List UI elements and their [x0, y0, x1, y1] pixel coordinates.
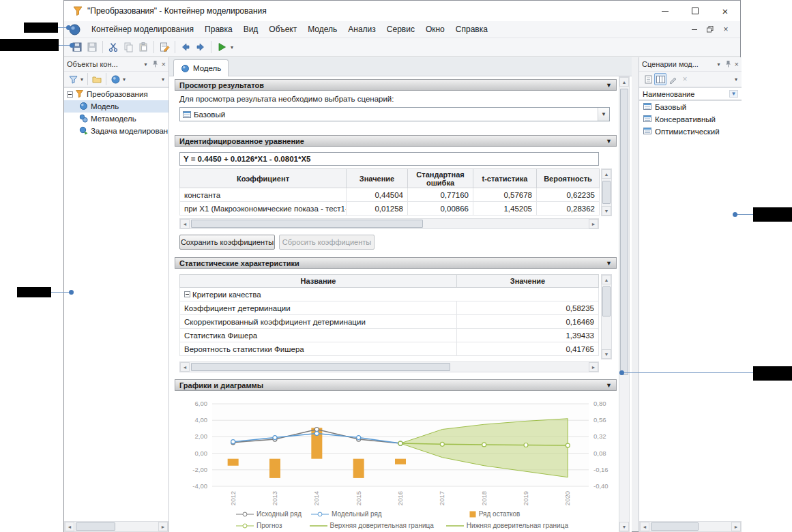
column-header[interactable]: Вероятность [537, 169, 600, 188]
main-vscrollbar[interactable]: ▲ ▼ [619, 76, 630, 532]
column-header[interactable]: t-статистика [473, 169, 537, 188]
report-edit-button[interactable] [157, 40, 172, 55]
table-row[interactable]: константа 0,44504 0,77160 0,57678 0,6223… [180, 188, 600, 202]
scroll-up-icon[interactable]: ▲ [602, 169, 611, 179]
scroll-left-icon[interactable]: ◄ [180, 219, 190, 228]
section-collapse-icon[interactable]: ▼ [606, 382, 612, 389]
scroll-right-icon[interactable]: ► [731, 522, 741, 531]
scroll-thumb[interactable] [602, 181, 611, 204]
menu-item-service[interactable]: Сервис [381, 21, 420, 38]
run-calculation-button[interactable] [214, 40, 229, 55]
equation-field[interactable]: Y = 0.4450 + 0.0126*X1 - 0.0801*X5 [179, 152, 599, 166]
object-type-caret-icon[interactable]: ▾ [121, 76, 127, 83]
section-stats-header[interactable]: Статистические характеристики ▼ [175, 257, 617, 269]
menu-item-model[interactable]: Модель [302, 21, 342, 38]
pin-icon[interactable] [725, 60, 731, 69]
scroll-thumb[interactable] [76, 522, 115, 531]
tree-item-metamodel[interactable]: Метамодель [64, 113, 168, 125]
panel-close-icon[interactable]: × [735, 60, 739, 68]
chevron-down-icon[interactable]: ▼ [598, 108, 609, 121]
scroll-left-icon[interactable]: ◄ [65, 522, 74, 531]
scroll-down-icon[interactable]: ▼ [602, 349, 611, 359]
column-header[interactable]: Значение [347, 169, 408, 188]
back-button[interactable] [178, 40, 193, 55]
scroll-left-icon[interactable]: ◄ [180, 362, 190, 372]
column-filter-caret-icon[interactable]: ▼ [729, 90, 738, 98]
coefficients-hscrollbar[interactable]: ◄ ► [179, 218, 599, 229]
column-header[interactable]: Название [180, 275, 457, 288]
table-row[interactable]: Коэффициент детерминации 0,58235 [180, 301, 599, 315]
scenarios-panel-hscrollbar[interactable]: ◄ ► [639, 521, 742, 532]
section-collapse-icon[interactable]: ▼ [606, 82, 612, 89]
columns-view-button[interactable] [654, 73, 666, 85]
mdi-restore-button[interactable] [703, 24, 717, 35]
object-type-button[interactable] [109, 73, 121, 85]
toolbar-overflow-caret-icon[interactable]: ▾ [733, 76, 739, 83]
scroll-right-icon[interactable]: ► [589, 219, 598, 228]
toolbar-overflow-caret-icon[interactable]: ▾ [160, 76, 166, 83]
tab-model[interactable]: Модель [173, 59, 229, 76]
section-collapse-icon[interactable]: ▼ [606, 138, 612, 145]
menu-item-object[interactable]: Объект [263, 21, 302, 38]
app-menu-sphere-icon[interactable] [69, 24, 80, 35]
scroll-down-icon[interactable]: ▼ [619, 522, 629, 531]
paste-button[interactable] [136, 40, 151, 55]
scenarios-column-header[interactable]: Наименование ▼ [639, 87, 742, 100]
new-scenario-button[interactable] [642, 73, 654, 85]
window-maximize-button[interactable] [680, 1, 710, 21]
scroll-down-icon[interactable]: ▼ [602, 206, 611, 216]
column-header[interactable]: Коэффициент [180, 169, 347, 188]
tree-item-transformations[interactable]: Преобразования [64, 88, 168, 100]
column-header[interactable]: Стандартная ошибка [408, 169, 473, 188]
scroll-thumb[interactable] [651, 522, 699, 531]
window-close-button[interactable]: × [710, 1, 740, 21]
menu-item-edit[interactable]: Правка [199, 21, 238, 38]
coefficients-table[interactable]: Коэффициент Значение Стандартная ошибка … [179, 168, 600, 216]
objects-panel-hscrollbar[interactable]: ◄ ► [64, 521, 168, 532]
stats-table[interactable]: Название Значение Критерии качества Коэф… [179, 274, 599, 356]
table-row[interactable]: Вероятность статистики Фишера 0,41765 [180, 342, 599, 356]
stats-hscrollbar[interactable]: ◄ ► [179, 361, 599, 372]
scenario-item-optimistic[interactable]: Оптимистический [639, 125, 742, 138]
scenario-item-basic[interactable]: Базовый [639, 101, 742, 113]
cut-button[interactable] [106, 40, 121, 55]
menu-item-window[interactable]: Окно [420, 21, 450, 38]
section-charts-header[interactable]: Графики и диаграммы ▼ [175, 379, 617, 391]
column-header[interactable]: Значение [457, 275, 599, 288]
run-options-caret-icon[interactable]: ▾ [229, 44, 235, 50]
panel-menu-caret-icon[interactable]: ▾ [716, 61, 722, 68]
save-coefficients-button[interactable]: Сохранить коэффициенты [179, 235, 275, 250]
scroll-thumb[interactable] [191, 220, 423, 228]
scroll-up-icon[interactable]: ▲ [619, 77, 629, 87]
panel-menu-caret-icon[interactable]: ▾ [143, 61, 149, 68]
menu-item-analysis[interactable]: Анализ [342, 21, 381, 38]
menu-item-view[interactable]: Вид [238, 21, 264, 38]
tree-item-modeling-task[interactable]: Задача моделирован [64, 125, 168, 137]
copy-button[interactable] [121, 40, 136, 55]
scroll-thumb[interactable] [191, 363, 450, 371]
window-minimize-button[interactable] [650, 1, 680, 21]
scenario-item-conservative[interactable]: Консервативный [639, 113, 742, 125]
table-row[interactable]: Скорректированный коэффициент детерминац… [180, 315, 599, 329]
table-row[interactable]: при X1 (Макроэкономические показа - тест… [180, 202, 600, 216]
mdi-close-button[interactable]: × [719, 24, 733, 35]
scroll-left-icon[interactable]: ◄ [640, 522, 649, 531]
mdi-minimize-button[interactable] [688, 24, 701, 35]
filter-button[interactable] [67, 73, 79, 85]
section-results-header[interactable]: Просмотр результатов ▼ [175, 79, 617, 91]
tree-item-model[interactable]: Модель [64, 100, 168, 113]
filter-caret-icon[interactable]: ▾ [79, 76, 85, 83]
section-equation-header[interactable]: Идентифицированное уравнение ▼ [175, 135, 617, 147]
menu-item-help[interactable]: Справка [450, 21, 493, 38]
scroll-right-icon[interactable]: ► [158, 522, 168, 531]
section-collapse-icon[interactable]: ▼ [606, 260, 612, 267]
forward-button[interactable] [193, 40, 208, 55]
collapse-minus-icon[interactable] [67, 91, 73, 98]
coefficients-vscrollbar[interactable]: ▲ ▼ [601, 168, 612, 216]
table-row[interactable]: Статистика Фишера 1,39433 [180, 329, 599, 342]
scroll-right-icon[interactable]: ► [589, 362, 598, 372]
stats-vscrollbar[interactable]: ▲ ▼ [601, 274, 612, 359]
scenario-select[interactable]: Базовый ▼ [179, 107, 610, 121]
group-row[interactable]: Критерии качества [180, 288, 599, 301]
panel-close-icon[interactable]: × [162, 60, 166, 68]
